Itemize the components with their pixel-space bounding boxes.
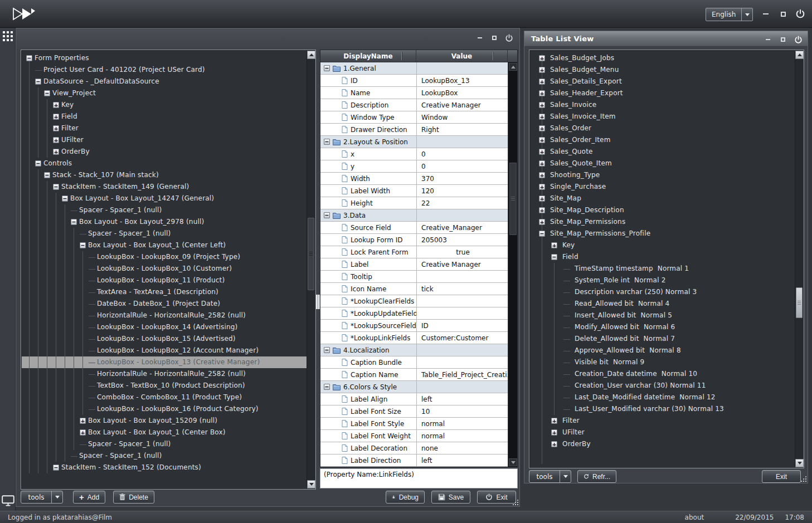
scroll-down-button[interactable] <box>509 458 517 466</box>
language-select[interactable]: English <box>706 8 753 21</box>
tree-item[interactable]: System_Role int Normal 2 <box>530 275 795 286</box>
tree-item[interactable]: LookupBox - LookupBox_11 (Product) <box>22 275 307 286</box>
expander-plus-icon[interactable]: + <box>539 172 545 178</box>
scroll-down-button[interactable] <box>795 459 804 467</box>
property-value[interactable]: 370 <box>416 173 509 184</box>
tree-item[interactable]: +Site_Map <box>530 193 795 204</box>
expander-plus-icon[interactable]: + <box>539 149 545 155</box>
tree-item[interactable]: Visible bit Normal 9 <box>530 356 795 368</box>
property-group-row[interactable]: −6.Colors & Style <box>320 381 509 393</box>
expander-plus-icon[interactable]: + <box>551 441 557 447</box>
tree-item[interactable]: +Site_Map_Permissions <box>530 216 795 228</box>
property-group-row[interactable]: −2.Layout & Position <box>320 136 509 148</box>
property-value[interactable]: Creative_Manager <box>416 222 509 233</box>
property-row[interactable]: *LookupLinkFieldsCustomer:Customer <box>320 332 509 344</box>
property-row[interactable]: DescriptionCreative Manager <box>320 99 509 111</box>
expander-plus-icon[interactable]: + <box>539 195 545 202</box>
add-button[interactable]: + Add <box>73 491 105 504</box>
property-row[interactable]: Window TypeWindow <box>320 111 509 124</box>
scrollbar-thumb[interactable] <box>308 218 314 290</box>
property-row[interactable]: Caption NameTable_Field_Project_Creati..… <box>320 369 509 381</box>
tree-item[interactable]: TextBox - TextBox_10 (Product Descriptio… <box>22 380 307 392</box>
table-list-restore-button[interactable] <box>778 35 788 45</box>
expander-plus-icon[interactable]: + <box>53 102 59 108</box>
property-row[interactable]: Icon Nametick <box>320 283 509 295</box>
expander-minus-icon[interactable]: − <box>44 172 50 178</box>
property-value[interactable] <box>416 209 509 221</box>
expander-plus-icon[interactable]: + <box>539 207 545 213</box>
tree-item[interactable]: +Key <box>22 99 307 111</box>
property-row[interactable]: Caption Bundle <box>320 356 509 369</box>
property-row[interactable]: Lookup Form ID205003 <box>320 234 509 246</box>
property-value[interactable] <box>416 307 509 319</box>
property-row[interactable]: *LookupClearFields <box>320 295 509 307</box>
tree-item[interactable]: LookupBox - LookupBox_13 (Creative Manag… <box>22 356 307 368</box>
property-value[interactable]: true <box>416 246 509 258</box>
tree-item[interactable]: +OrderBy <box>22 146 307 158</box>
property-value[interactable]: Window <box>416 111 509 123</box>
scrollbar-thumb[interactable] <box>796 287 803 318</box>
tree-item[interactable]: −Form Properties <box>22 52 307 64</box>
property-row[interactable]: Lock Parent Formtrue <box>320 246 509 258</box>
tools-dropdown-button[interactable] <box>51 491 62 503</box>
tree-item[interactable]: Spacer - Spacer_1 (null) <box>22 228 307 239</box>
tree-item[interactable]: −Box Layout - Box Layout_2978 (null) <box>22 216 307 228</box>
expander-minus-icon[interactable]: − <box>324 212 330 218</box>
tree-item[interactable]: +Filter <box>22 123 307 134</box>
expander-minus-icon[interactable]: − <box>80 242 86 248</box>
scroll-up-button[interactable] <box>509 63 517 71</box>
property-value[interactable] <box>416 344 509 356</box>
expander-minus-icon[interactable]: − <box>324 384 330 390</box>
property-row[interactable]: Label Font Weightnormal <box>320 430 509 442</box>
expander-minus-icon[interactable]: − <box>324 347 330 353</box>
tree-item[interactable]: Read_Allowed bit Normal 4 <box>530 298 795 310</box>
expander-minus-icon[interactable]: − <box>44 90 50 96</box>
expander-plus-icon[interactable]: + <box>53 137 59 143</box>
scrollbar-thumb[interactable] <box>509 163 517 235</box>
expander-minus-icon[interactable]: − <box>324 65 330 71</box>
property-group-row[interactable]: −3.Data <box>320 209 509 222</box>
tree-item[interactable]: TextArea - TextArea_1 (Description) <box>22 286 307 298</box>
expander-plus-icon[interactable]: + <box>539 102 545 108</box>
property-value[interactable]: normal <box>416 418 509 429</box>
property-value[interactable] <box>416 271 509 282</box>
tree-item[interactable]: Project User Card - 401202 (Project USer… <box>22 64 307 76</box>
designer-power-button[interactable] <box>504 33 514 43</box>
property-value[interactable]: 120 <box>416 185 509 197</box>
expander-minus-icon[interactable]: − <box>551 254 557 260</box>
tools-dropdown-button[interactable] <box>560 471 571 482</box>
tree-item[interactable]: HorizontalRule - HorizontalRule_2582 (nu… <box>22 368 307 380</box>
property-value[interactable] <box>416 62 509 74</box>
tree-item[interactable]: LookupBox - LookupBox_16 (Product Catego… <box>22 403 307 415</box>
expander-plus-icon[interactable]: + <box>539 125 545 131</box>
tree-item[interactable]: −DataSource - _DefaultDataSource <box>22 76 307 87</box>
tree-item[interactable]: −View_Project <box>22 87 307 99</box>
expander-plus-icon[interactable]: + <box>53 149 59 155</box>
tree-item[interactable]: +Sales_Budget_Jobs <box>530 52 795 64</box>
property-group-row[interactable]: −1.General <box>320 62 509 75</box>
scroll-up-button[interactable] <box>795 51 804 59</box>
table-list-exit-button[interactable]: Exit <box>762 470 801 483</box>
tree-item[interactable]: +Box Layout - Box Layout_1 (Center Box) <box>22 427 307 438</box>
expander-minus-icon[interactable]: − <box>53 184 59 190</box>
scroll-down-button[interactable] <box>307 480 315 488</box>
expander-minus-icon[interactable]: − <box>26 55 32 61</box>
tree-item[interactable]: +Sales_Quote_Item <box>530 158 795 169</box>
property-row[interactable]: Height22 <box>320 197 509 209</box>
tree-item[interactable]: +Sales_Quote <box>530 146 795 158</box>
language-chevron-button[interactable] <box>741 8 752 21</box>
property-row[interactable]: Label Alignleft <box>320 393 509 405</box>
property-value[interactable]: Creative Manager <box>416 99 509 111</box>
scroll-up-button[interactable] <box>307 51 315 59</box>
column-header-value[interactable]: Value <box>416 50 508 62</box>
expander-plus-icon[interactable]: + <box>551 418 557 424</box>
tree-item[interactable]: LookupBox - LookupBox_09 (Project Type) <box>22 251 307 263</box>
tree-item[interactable]: +UFilter <box>22 134 307 146</box>
tree-item[interactable]: LookupBox - LookupBox_15 (Advertised) <box>22 333 307 345</box>
expander-minus-icon[interactable]: − <box>324 139 330 145</box>
expander-plus-icon[interactable]: + <box>539 160 545 167</box>
property-row[interactable]: Label Decorationnone <box>320 442 509 454</box>
expander-plus-icon[interactable]: + <box>539 219 545 225</box>
expander-plus-icon[interactable]: + <box>551 242 557 248</box>
table-tree-scrollbar[interactable] <box>795 51 803 467</box>
